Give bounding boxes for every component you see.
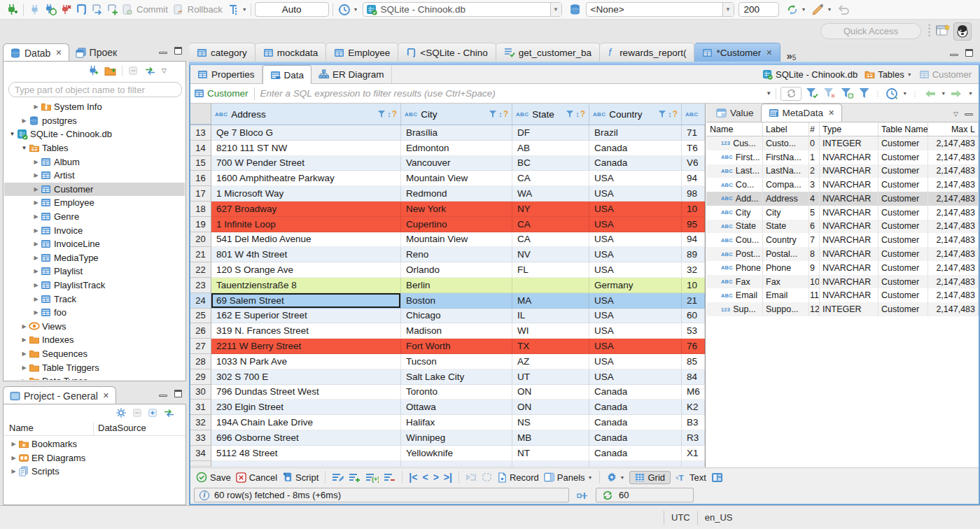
address-cell[interactable]: 194A Chain Lake Drive [211, 415, 401, 430]
expand-arrow-icon[interactable]: ▶ [32, 268, 40, 274]
city-cell[interactable]: Mountain View [401, 171, 512, 186]
meta-col-table[interactable]: Table Name [878, 122, 928, 136]
address-cell[interactable]: 230 Elgin Street [211, 400, 401, 415]
edit-row-icon[interactable] [332, 472, 344, 483]
settings-gear-icon[interactable]: ▼ [606, 472, 625, 483]
tree-item-data-types[interactable]: ▶Data Types [4, 374, 185, 380]
new-sql-editor-icon[interactable] [104, 2, 120, 17]
history-icon[interactable] [337, 2, 352, 17]
next-page-arrow[interactable]: ▼ [968, 91, 973, 96]
city-cell[interactable]: Salt Lake City [401, 369, 512, 385]
extra-cell[interactable]: 71 [682, 125, 705, 141]
sql-editor-icon[interactable] [74, 2, 89, 17]
meta-col-type[interactable]: Type [820, 122, 878, 136]
row-number-cell[interactable]: 24 [190, 293, 211, 309]
city-cell[interactable]: Cupertino [401, 217, 512, 232]
country-cell[interactable]: Canada [589, 446, 682, 461]
state-cell[interactable]: BC [512, 156, 589, 171]
address-cell[interactable]: Qe 7 Bloco G [211, 125, 401, 141]
refresh-icon[interactable] [785, 2, 800, 17]
state-cell[interactable]: FL [512, 262, 589, 278]
extra-cell[interactable]: 94 [682, 171, 705, 186]
row-number-cell[interactable]: 28 [190, 354, 211, 369]
city-cell[interactable]: Brasília [401, 125, 512, 141]
city-cell[interactable]: Berlin [401, 278, 512, 293]
datasource-combo[interactable]: SQLite - Chinook.db ▼ [363, 2, 562, 17]
city-cell[interactable]: Ottawa [401, 400, 512, 415]
expand-arrow-icon[interactable]: ▶ [32, 255, 40, 261]
extra-cell[interactable]: V6 [682, 156, 705, 171]
previous-row-button[interactable]: < [422, 472, 428, 483]
tree-item-sqlite-chinook-db[interactable]: ▼SQLite - Chinook.db [4, 127, 185, 141]
expand-arrow-icon[interactable]: ▶ [32, 227, 40, 234]
fetch-size-input[interactable]: 200 [738, 2, 779, 17]
country-cell[interactable]: Canada [589, 430, 682, 446]
country-cell[interactable]: USA [589, 217, 682, 232]
tree-item-system-info[interactable]: ▶System Info [4, 100, 185, 114]
tree-item-views[interactable]: ▶Views [4, 320, 185, 334]
meta-col-num[interactable]: # [809, 122, 820, 136]
state-cell[interactable]: TX [512, 339, 589, 354]
breadcrumb-entity[interactable]: Customer [919, 69, 972, 80]
state-cell[interactable]: CA [512, 171, 589, 186]
new-connection-small-icon[interactable] [88, 65, 99, 76]
data-cell[interactable] [682, 461, 705, 467]
save-button[interactable]: Save [196, 472, 231, 483]
country-cell[interactable]: Canada [589, 415, 682, 430]
meta-col-label[interactable]: Label [763, 122, 809, 136]
country-cell[interactable]: USA [589, 369, 682, 385]
row-number-cell[interactable]: 33 [190, 430, 211, 446]
expand-arrow-icon[interactable]: ▶ [32, 241, 40, 247]
state-cell[interactable]: DF [512, 125, 589, 141]
expand-arrow-icon[interactable]: ▶ [20, 118, 28, 124]
expand-arrow-icon[interactable]: ▶ [10, 455, 18, 461]
brush-dropdown-arrow[interactable]: ▼ [827, 7, 832, 12]
grid-column-header-state[interactable]: ABCState↕? [512, 104, 589, 125]
country-cell[interactable]: Canada [589, 156, 682, 171]
country-cell[interactable]: USA [589, 186, 682, 202]
tab-metadata[interactable]: MetaData✕ [761, 104, 843, 122]
auto-refresh-status[interactable]: 60 [596, 488, 694, 502]
expand-arrow-icon[interactable]: ▶ [32, 282, 40, 288]
calc-panel-icon[interactable] [711, 472, 723, 483]
maximize-icon[interactable] [965, 49, 973, 57]
tree-item-postgres[interactable]: ▶postgres [4, 114, 185, 128]
tree-item-tables[interactable]: ▼Tables [4, 141, 185, 155]
editor-tab-get-customer-ba[interactable]: get_customer_ba [496, 43, 600, 62]
expand-arrow-icon[interactable]: ▶ [32, 199, 40, 206]
close-icon[interactable]: ✕ [828, 108, 834, 118]
address-cell[interactable]: Tauentzienstraße 8 [211, 278, 401, 293]
connect-icon[interactable] [27, 2, 43, 17]
state-cell[interactable] [512, 278, 589, 293]
address-cell[interactable]: 1033 N Park Ave [211, 354, 401, 369]
country-cell[interactable]: USA [589, 293, 682, 309]
next-row-button[interactable]: > [433, 472, 439, 483]
first-row-button[interactable]: |< [409, 472, 417, 483]
address-cell[interactable]: 120 S Orange Ave [211, 262, 401, 278]
commit-button[interactable]: Commit [136, 4, 168, 15]
view-menu-icon[interactable]: ▽ [162, 67, 167, 74]
last-row-button[interactable]: >| [444, 472, 452, 483]
refresh-button[interactable] [780, 87, 802, 101]
meta-col-name[interactable]: Name [706, 122, 763, 136]
commit-icon[interactable] [120, 2, 135, 17]
remove-filter-icon[interactable] [823, 87, 836, 99]
row-number-cell[interactable]: 16 [190, 171, 211, 186]
address-cell[interactable]: 319 N. Frances Street [211, 323, 401, 339]
expand-arrow-icon[interactable]: ▶ [32, 104, 40, 110]
expand-arrow-icon[interactable]: ▶ [32, 159, 40, 165]
extra-cell[interactable]: 98 [682, 186, 705, 202]
tree-item-table-triggers[interactable]: ▶Table Triggers [4, 360, 185, 374]
state-cell[interactable]: WA [512, 186, 589, 202]
address-cell[interactable]: 1 Microsoft Way [211, 186, 401, 202]
address-cell[interactable]: 162 E Superior Street [211, 309, 401, 324]
editor-tab-rewards-report-[interactable]: frewards_report( [600, 43, 694, 62]
breadcrumb-tables[interactable]: Tables ▼ [864, 69, 912, 80]
add-row-icon[interactable] [349, 472, 360, 483]
disconnect-icon[interactable] [58, 2, 74, 17]
project-item-scripts[interactable]: ▶Scripts [4, 465, 185, 479]
row-number-cell[interactable]: 13 [190, 125, 211, 141]
row-number-cell[interactable]: 15 [190, 156, 211, 171]
state-cell[interactable]: NY [512, 202, 589, 217]
metadata-row[interactable]: 123Cus...Custo...0INTEGERCustomer2,147,4… [706, 136, 979, 150]
